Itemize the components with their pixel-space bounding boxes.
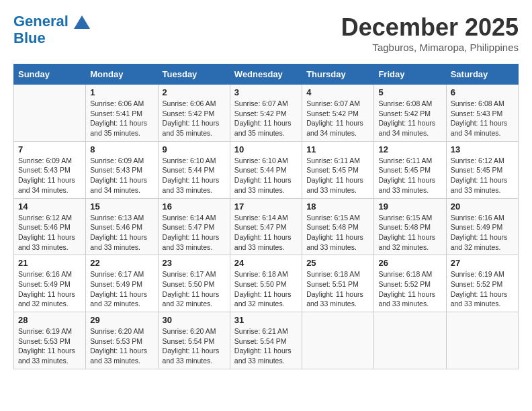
day-info: Sunrise: 6:13 AMSunset: 5:46 PMDaylight:…: [90, 213, 153, 253]
day-number: 5: [378, 87, 441, 97]
day-number: 19: [378, 201, 441, 212]
day-number: 7: [18, 144, 81, 154]
day-number: 12: [378, 144, 441, 154]
day-number: 8: [90, 144, 153, 154]
calendar-cell: 11Sunrise: 6:11 AMSunset: 5:45 PMDayligh…: [302, 141, 374, 198]
day-info: Sunrise: 6:21 AMSunset: 5:54 PMDaylight:…: [234, 326, 298, 366]
day-info: Sunrise: 6:15 AMSunset: 5:48 PMDaylight:…: [306, 213, 369, 253]
calendar-cell: 28Sunrise: 6:19 AMSunset: 5:53 PMDayligh…: [14, 312, 86, 369]
calendar-cell: 3Sunrise: 6:07 AMSunset: 5:42 PMDaylight…: [230, 85, 302, 142]
weekday-header: Friday: [374, 64, 446, 85]
calendar-cell: 18Sunrise: 6:15 AMSunset: 5:48 PMDayligh…: [302, 198, 374, 255]
calendar-cell: 30Sunrise: 6:20 AMSunset: 5:54 PMDayligh…: [158, 312, 230, 369]
day-number: 25: [306, 258, 369, 268]
calendar-week-row: 14Sunrise: 6:12 AMSunset: 5:46 PMDayligh…: [14, 198, 519, 255]
day-info: Sunrise: 6:12 AMSunset: 5:46 PMDaylight:…: [18, 213, 81, 253]
calendar-cell: 20Sunrise: 6:16 AMSunset: 5:49 PMDayligh…: [446, 198, 518, 255]
weekday-header: Sunday: [14, 64, 86, 85]
calendar-cell: 14Sunrise: 6:12 AMSunset: 5:46 PMDayligh…: [14, 198, 86, 255]
calendar-header: SundayMondayTuesdayWednesdayThursdayFrid…: [14, 64, 519, 85]
month-title: December 2025: [341, 13, 519, 42]
day-info: Sunrise: 6:16 AMSunset: 5:49 PMDaylight:…: [18, 269, 81, 309]
logo-blue: Blue: [13, 30, 46, 46]
calendar-cell: 17Sunrise: 6:14 AMSunset: 5:47 PMDayligh…: [230, 198, 302, 255]
calendar-cell: 9Sunrise: 6:10 AMSunset: 5:44 PMDaylight…: [158, 141, 230, 198]
day-number: 21: [18, 258, 81, 268]
day-number: 3: [234, 87, 298, 97]
logo-general: General: [13, 13, 69, 30]
day-info: Sunrise: 6:18 AMSunset: 5:51 PMDaylight:…: [306, 269, 369, 309]
calendar-cell: 16Sunrise: 6:14 AMSunset: 5:47 PMDayligh…: [158, 198, 230, 255]
weekday-header: Thursday: [302, 64, 374, 85]
day-number: 2: [163, 87, 226, 97]
day-number: 13: [451, 144, 514, 154]
day-info: Sunrise: 6:20 AMSunset: 5:53 PMDaylight:…: [90, 326, 153, 366]
day-info: Sunrise: 6:09 AMSunset: 5:43 PMDaylight:…: [18, 156, 81, 195]
calendar-cell: 29Sunrise: 6:20 AMSunset: 5:53 PMDayligh…: [86, 312, 158, 369]
day-number: 23: [163, 258, 226, 268]
day-info: Sunrise: 6:19 AMSunset: 5:52 PMDaylight:…: [451, 269, 514, 309]
weekday-header: Monday: [86, 64, 158, 85]
calendar-body: 1Sunrise: 6:06 AMSunset: 5:41 PMDaylight…: [14, 85, 519, 369]
calendar-cell: [302, 312, 374, 369]
calendar-cell: 26Sunrise: 6:18 AMSunset: 5:52 PMDayligh…: [374, 255, 446, 312]
day-number: 18: [306, 201, 369, 212]
day-number: 24: [234, 258, 298, 268]
day-number: 20: [451, 201, 514, 212]
day-number: 28: [18, 315, 81, 325]
calendar-cell: 19Sunrise: 6:15 AMSunset: 5:48 PMDayligh…: [374, 198, 446, 255]
calendar-week-row: 28Sunrise: 6:19 AMSunset: 5:53 PMDayligh…: [14, 312, 519, 369]
calendar-cell: 12Sunrise: 6:11 AMSunset: 5:45 PMDayligh…: [374, 141, 446, 198]
day-number: 1: [90, 87, 153, 97]
day-info: Sunrise: 6:09 AMSunset: 5:43 PMDaylight:…: [90, 156, 153, 195]
title-area: December 2025 Tagburos, Mimaropa, Philip…: [341, 13, 519, 53]
day-number: 4: [306, 87, 369, 97]
day-info: Sunrise: 6:20 AMSunset: 5:54 PMDaylight:…: [163, 326, 226, 366]
day-info: Sunrise: 6:14 AMSunset: 5:47 PMDaylight:…: [163, 213, 226, 253]
location: Tagburos, Mimaropa, Philippines: [341, 42, 519, 53]
calendar-cell: 5Sunrise: 6:08 AMSunset: 5:42 PMDaylight…: [374, 85, 446, 142]
calendar-table: SundayMondayTuesdayWednesdayThursdayFrid…: [13, 64, 519, 369]
day-info: Sunrise: 6:12 AMSunset: 5:45 PMDaylight:…: [451, 156, 514, 195]
calendar-cell: 10Sunrise: 6:10 AMSunset: 5:44 PMDayligh…: [230, 141, 302, 198]
day-info: Sunrise: 6:08 AMSunset: 5:43 PMDaylight:…: [451, 99, 514, 138]
day-info: Sunrise: 6:18 AMSunset: 5:50 PMDaylight:…: [234, 269, 298, 309]
day-info: Sunrise: 6:10 AMSunset: 5:44 PMDaylight:…: [163, 156, 226, 195]
day-number: 26: [378, 258, 441, 268]
day-info: Sunrise: 6:07 AMSunset: 5:42 PMDaylight:…: [306, 99, 369, 138]
calendar-cell: 27Sunrise: 6:19 AMSunset: 5:52 PMDayligh…: [446, 255, 518, 312]
day-info: Sunrise: 6:18 AMSunset: 5:52 PMDaylight:…: [378, 269, 441, 309]
day-number: 22: [90, 258, 153, 268]
calendar-cell: 4Sunrise: 6:07 AMSunset: 5:42 PMDaylight…: [302, 85, 374, 142]
day-info: Sunrise: 6:15 AMSunset: 5:48 PMDaylight:…: [378, 213, 441, 253]
day-info: Sunrise: 6:17 AMSunset: 5:49 PMDaylight:…: [90, 269, 153, 309]
day-info: Sunrise: 6:16 AMSunset: 5:49 PMDaylight:…: [451, 213, 514, 253]
calendar-cell: 7Sunrise: 6:09 AMSunset: 5:43 PMDaylight…: [14, 141, 86, 198]
day-info: Sunrise: 6:08 AMSunset: 5:42 PMDaylight:…: [378, 99, 441, 138]
calendar-cell: [14, 85, 86, 142]
calendar-cell: 23Sunrise: 6:17 AMSunset: 5:50 PMDayligh…: [158, 255, 230, 312]
day-number: 27: [451, 258, 514, 268]
day-info: Sunrise: 6:17 AMSunset: 5:50 PMDaylight:…: [163, 269, 226, 309]
calendar-cell: 1Sunrise: 6:06 AMSunset: 5:41 PMDaylight…: [86, 85, 158, 142]
calendar-cell: [446, 312, 518, 369]
day-info: Sunrise: 6:10 AMSunset: 5:44 PMDaylight:…: [234, 156, 298, 195]
calendar-week-row: 1Sunrise: 6:06 AMSunset: 5:41 PMDaylight…: [14, 85, 519, 142]
day-number: 15: [90, 201, 153, 212]
day-info: Sunrise: 6:07 AMSunset: 5:42 PMDaylight:…: [234, 99, 298, 138]
calendar-week-row: 7Sunrise: 6:09 AMSunset: 5:43 PMDaylight…: [14, 141, 519, 198]
weekday-header: Wednesday: [230, 64, 302, 85]
calendar-cell: [374, 312, 446, 369]
day-number: 31: [234, 315, 298, 325]
logo-icon: [74, 14, 90, 30]
calendar-cell: 6Sunrise: 6:08 AMSunset: 5:43 PMDaylight…: [446, 85, 518, 142]
header-row: SundayMondayTuesdayWednesdayThursdayFrid…: [14, 64, 519, 85]
day-number: 16: [163, 201, 226, 212]
calendar-cell: 31Sunrise: 6:21 AMSunset: 5:54 PMDayligh…: [230, 312, 302, 369]
day-number: 14: [18, 201, 81, 212]
day-info: Sunrise: 6:11 AMSunset: 5:45 PMDaylight:…: [306, 156, 369, 195]
day-info: Sunrise: 6:11 AMSunset: 5:45 PMDaylight:…: [378, 156, 441, 195]
calendar-cell: 15Sunrise: 6:13 AMSunset: 5:46 PMDayligh…: [86, 198, 158, 255]
calendar-week-row: 21Sunrise: 6:16 AMSunset: 5:49 PMDayligh…: [14, 255, 519, 312]
day-info: Sunrise: 6:06 AMSunset: 5:42 PMDaylight:…: [163, 99, 226, 138]
